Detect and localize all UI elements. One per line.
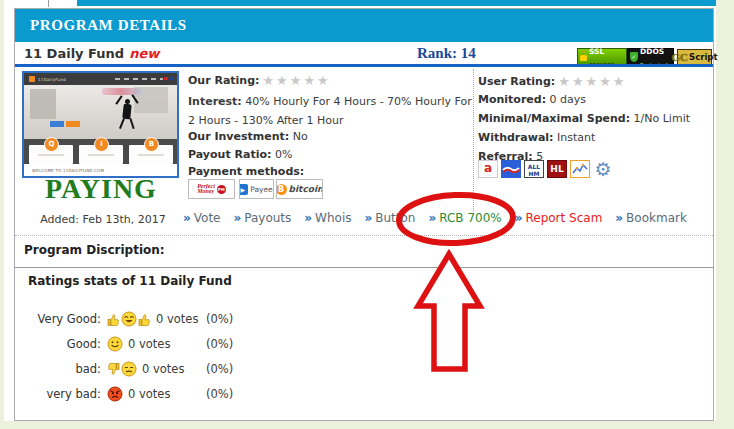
chevron-icon: » [615, 211, 623, 225]
spend-row: Minimal/Maximal Spend: 1/No Limit [478, 112, 690, 125]
gc-badge-right: Script [689, 52, 717, 62]
action-links: »Vote »Payouts »Whois »Button »RCB 700% … [183, 211, 687, 225]
site-logo-icon [29, 76, 35, 82]
link-rcb[interactable]: »RCB 700% [428, 211, 501, 225]
link-bookmark[interactable]: »Bookmark [615, 211, 687, 225]
monitored-value: 0 days [550, 93, 586, 106]
votes-count: 0 votes [128, 387, 170, 401]
laughing-emoji-icon [121, 311, 137, 327]
program-screenshot-thumbnail[interactable]: 11DailyFund Q i B WELCOME TO 11DAILYFUND… [22, 71, 179, 178]
magnifier-icon: Q [44, 137, 59, 152]
panel-title: PROGRAM DETAILS [15, 9, 713, 34]
stats-chart-icon[interactable] [570, 160, 590, 178]
monitor-flag-icon[interactable] [501, 160, 521, 178]
interest-row: Interest: 40% Hourly For 4 Hours - 70% H… [188, 92, 474, 130]
allhm-monitor-icon[interactable]: ALL HM [524, 160, 544, 178]
our-rating-label: Our Rating: [188, 74, 259, 87]
bitcoin-payment-icon: B bitcoin [276, 179, 323, 199]
chevron-icon: » [428, 211, 436, 225]
votes-percent: (0%) [206, 309, 233, 329]
smile-emoji-icon [107, 336, 123, 352]
rating-row-very-bad: very bad:0 votes (0%) [15, 384, 355, 406]
link-vote[interactable]: »Vote [183, 211, 220, 225]
votes-count: 0 votes [142, 362, 184, 376]
payout-ratio-value: 0% [275, 148, 292, 161]
bitcoin-icon: B [144, 137, 159, 152]
link-whois[interactable]: »Whois [304, 211, 351, 225]
thumbs-down-icon [107, 362, 120, 377]
spend-value: 1/No Limit [634, 112, 690, 125]
our-investment-row: Our Investment: No [188, 130, 474, 143]
rank-label: Rank: [417, 45, 457, 61]
alexa-icon[interactable]: a [478, 160, 498, 178]
ddos-badge-line1: DDOS [640, 47, 664, 56]
ratings-stats-title: Ratings stats of 11 Daily Fund [28, 274, 233, 289]
status-paying: PAYING [15, 173, 187, 205]
withdrawal-row: Withdrawal: Instant [478, 131, 595, 144]
unamused-emoji-icon [121, 361, 137, 377]
flag-icon [169, 77, 173, 80]
gc-script-badge[interactable]: GC Script [677, 49, 712, 65]
dotted-divider [15, 235, 713, 236]
site-name: 11DailyFund [38, 77, 66, 82]
link-report-scam[interactable]: »Report Scam [515, 211, 603, 225]
our-rating-row: Our Rating:★★★★★ [188, 73, 474, 88]
votes-percent: (0%) [206, 334, 233, 354]
angry-emoji-icon [107, 386, 123, 402]
thumbnail-photo [24, 85, 177, 139]
added-date: Added: Feb 13th, 2017 [15, 213, 191, 226]
chevron-icon: » [364, 211, 372, 225]
panel-header: PROGRAM DETAILS [15, 9, 713, 42]
payeer-icon: ▶ Payeer [239, 179, 274, 199]
chevron-icon: » [304, 211, 312, 225]
rank-value: 14 [461, 45, 476, 61]
user-rating-row: User Rating:★★★★★ [478, 74, 627, 89]
thumbs-up-icon [138, 312, 151, 327]
votes-percent: (0%) [206, 384, 233, 404]
link-button[interactable]: »Button [364, 211, 415, 225]
link-payouts[interactable]: »Payouts [233, 211, 291, 225]
program-details-panel: PROGRAM DETAILS 11 Daily Fundnew Rank: 1… [14, 8, 714, 421]
description-divider [15, 267, 713, 268]
program-name: 11 Daily Fundnew [24, 46, 159, 61]
gc-badge-left: GC [672, 51, 689, 63]
top-edge-fragment [77, 0, 716, 6]
hl-monitor-icon[interactable]: HL [547, 160, 567, 178]
gear-icon[interactable]: ⚙ [593, 160, 613, 178]
payout-ratio-row: Payout Ratio: 0% [188, 148, 474, 161]
votes-count: 0 votes [156, 312, 198, 326]
lock-icon [580, 55, 587, 61]
our-investment-value: No [293, 130, 308, 143]
votes-count: 0 votes [128, 337, 170, 351]
interest-label: Interest: [188, 95, 242, 108]
rating-row-bad: bad:0 votes (0%) [15, 359, 355, 381]
top-edge-tick [48, 0, 49, 7]
bulb-icon: i [94, 137, 109, 152]
description-heading: Program Discription: [24, 243, 165, 257]
chevron-icon: » [515, 211, 523, 225]
withdrawal-value: Instant [557, 131, 595, 144]
site-nav [115, 78, 163, 80]
thumbs-up-icon [107, 312, 120, 327]
perfect-money-icon: PerfectMoney PM [188, 179, 235, 199]
rating-row-very-good: Very Good:0 votes (0%) [15, 309, 355, 331]
new-badge: new [129, 46, 159, 61]
chevron-icon: » [233, 211, 241, 225]
column-separator [473, 69, 474, 211]
chevron-icon: » [183, 211, 191, 225]
monitored-row: Monitored: 0 days [478, 93, 586, 106]
shield-icon: ✓ [630, 52, 638, 62]
title-divider [15, 64, 713, 67]
our-rating-stars: ★★★★★ [262, 73, 330, 88]
rating-row-good: Good:0 votes (0%) [15, 334, 355, 356]
payment-methods-row: Payment methods: [188, 165, 474, 178]
ssl-badge-line1: SSL [589, 47, 604, 56]
votes-percent: (0%) [206, 359, 233, 379]
page: { "colors": { "header_bar": "#0a9ad0", "… [0, 0, 734, 429]
thumbnail-site-header: 11DailyFund [24, 73, 177, 85]
flag-icon [164, 77, 168, 80]
user-rating-stars: ★★★★★ [558, 74, 626, 89]
ddos-protected-badge[interactable]: ✓ DDOS Protected [627, 48, 674, 65]
ssl-secured-badge[interactable]: SSL SECURED [577, 48, 627, 65]
rank: Rank: 14 [417, 45, 476, 62]
